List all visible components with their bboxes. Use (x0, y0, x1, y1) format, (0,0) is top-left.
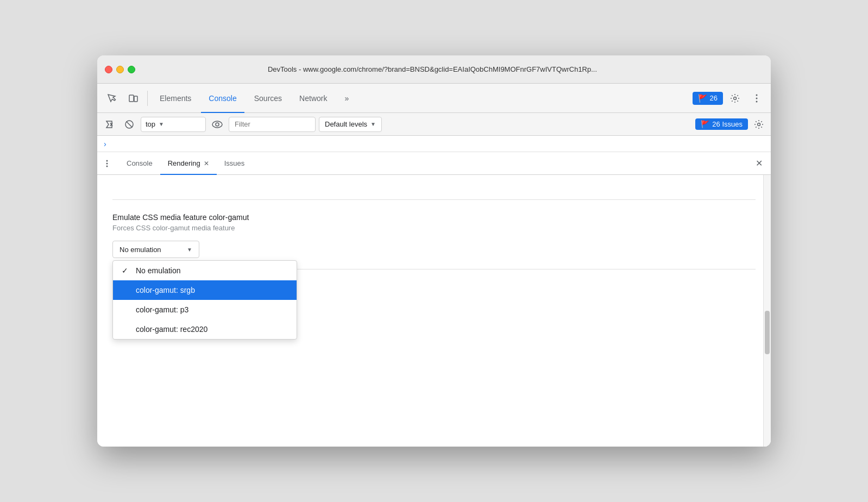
tab-elements[interactable]: Elements (152, 84, 199, 113)
close-button[interactable] (105, 66, 112, 73)
console-issues-badge[interactable]: 🚩 26 Issues (695, 118, 748, 130)
svg-point-5 (756, 101, 758, 102)
title-bar: DevTools - www.google.com/chrome/?brand=… (97, 55, 771, 84)
sub-tab-rendering-close[interactable]: ✕ (204, 160, 209, 167)
color-gamut-subtitle: Forces CSS color-gamut media feature (112, 224, 756, 232)
check-icon: ✓ (122, 266, 130, 275)
console-toolbar: top ▼ Default levels ▼ 🚩 26 Issues (97, 113, 771, 136)
svg-point-16 (106, 165, 108, 167)
dropdown-arrow-icon: ▼ (187, 247, 192, 253)
settings-button[interactable] (725, 89, 745, 108)
ban-button[interactable] (121, 116, 137, 133)
svg-point-12 (216, 123, 219, 126)
context-selector[interactable]: top ▼ (141, 117, 206, 132)
maximize-button[interactable] (128, 66, 135, 73)
dropdown-option-no-emulation[interactable]: ✓ No emulation (113, 261, 297, 280)
color-gamut-selected: No emulation (119, 246, 161, 254)
color-gamut-dropdown-container: No emulation ▼ ✓ No emulation color-gamu… (112, 241, 199, 258)
devtools-toolbar: Elements Console Sources Network » 🚩 26 (97, 84, 771, 113)
console-issues-icon: 🚩 (701, 120, 709, 128)
option-rec2020-label: color-gamut: rec2020 (136, 325, 207, 334)
device-toggle-button[interactable] (123, 89, 143, 108)
color-gamut-dropdown[interactable]: No emulation ▼ (112, 241, 199, 258)
option-no-emulation-label: No emulation (136, 266, 181, 275)
scrollbar[interactable] (763, 175, 771, 447)
filter-input[interactable] (229, 117, 316, 132)
option-srgb-label: color-gamut: srgb (136, 286, 195, 294)
sub-tab-issues-label: Issues (224, 159, 245, 167)
level-arrow-icon: ▼ (370, 121, 376, 127)
svg-rect-0 (129, 95, 134, 102)
color-gamut-section: Emulate CSS media feature color-gamut Fo… (112, 213, 756, 258)
dropdown-option-rec2020[interactable]: color-gamut: rec2020 (113, 319, 297, 339)
tab-network[interactable]: Network (292, 84, 335, 113)
scroll-content-top (112, 191, 756, 200)
option-p3-label: color-gamut: p3 (136, 305, 188, 314)
svg-point-13 (758, 123, 760, 126)
issues-badge[interactable]: 🚩 26 (693, 92, 723, 105)
svg-rect-1 (134, 96, 137, 102)
context-value: top (146, 120, 155, 128)
more-options-button[interactable] (747, 89, 766, 108)
breadcrumb-area: › (97, 136, 771, 152)
dropdown-option-p3[interactable]: color-gamut: p3 (113, 300, 297, 319)
context-arrow-icon: ▼ (159, 121, 164, 127)
eye-icon[interactable] (209, 116, 225, 133)
tab-sources[interactable]: Sources (247, 84, 290, 113)
scrollbar-thumb[interactable] (765, 311, 770, 354)
svg-point-4 (756, 97, 758, 99)
sub-tab-issues[interactable]: Issues (217, 152, 253, 175)
devtools-window: DevTools - www.google.com/chrome/?brand=… (97, 55, 771, 447)
tab-more[interactable]: » (337, 84, 356, 113)
svg-point-11 (212, 121, 222, 128)
console-settings-gear[interactable] (751, 117, 766, 132)
issues-badge-icon: 🚩 (698, 94, 707, 103)
sub-tab-rendering[interactable]: Rendering ✕ (160, 152, 217, 175)
sub-tab-console-label: Console (127, 159, 153, 167)
clear-console-button[interactable] (102, 116, 118, 133)
svg-point-14 (106, 160, 108, 161)
dropdown-option-srgb[interactable]: color-gamut: srgb (113, 280, 297, 300)
console-issues-label: 26 Issues (712, 120, 743, 128)
sub-tab-console[interactable]: Console (119, 152, 160, 175)
minimize-button[interactable] (116, 66, 124, 73)
sub-tab-rendering-label: Rendering (168, 159, 200, 167)
inspect-element-button[interactable] (102, 89, 121, 108)
tab-console[interactable]: Console (201, 84, 244, 113)
svg-point-3 (756, 94, 758, 96)
level-selector[interactable]: Default levels ▼ (319, 117, 382, 132)
color-gamut-title: Emulate CSS media feature color-gamut (112, 213, 756, 222)
close-panel-button[interactable]: ✕ (751, 156, 766, 171)
svg-point-15 (106, 162, 108, 164)
svg-line-10 (127, 121, 133, 127)
svg-point-2 (734, 97, 737, 99)
sub-tab-menu-button[interactable] (102, 155, 119, 172)
sub-tabs-bar: Console Rendering ✕ Issues ✕ (97, 152, 771, 175)
main-content: Emulate CSS media feature color-gamut Fo… (97, 175, 771, 447)
issues-badge-count: 26 (710, 94, 718, 102)
traffic-lights (105, 66, 135, 73)
toolbar-divider-1 (147, 91, 148, 106)
breadcrumb-arrow-icon[interactable]: › (104, 140, 106, 148)
window-title: DevTools - www.google.com/chrome/?brand=… (145, 65, 720, 73)
level-value: Default levels (325, 120, 367, 128)
color-gamut-dropdown-menu: ✓ No emulation color-gamut: srgb color-g… (112, 260, 297, 340)
